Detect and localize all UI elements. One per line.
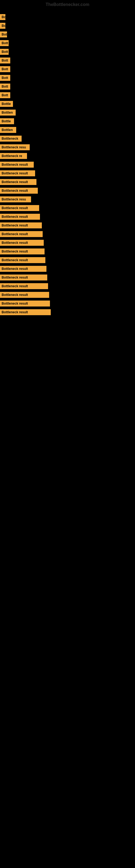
list-item: Bott	[0, 83, 135, 90]
list-item: Bottle	[0, 100, 135, 107]
item-label: Bottleneck result	[0, 275, 47, 280]
list-item: Bottlen	[0, 109, 135, 116]
item-label: Bottleneck result	[0, 257, 45, 263]
item-label: Bottle	[0, 118, 14, 124]
item-label: Bottleneck re	[0, 153, 27, 159]
list-item: Bottleneck resu	[0, 144, 135, 151]
item-label: Bottleneck result	[0, 170, 35, 176]
list-item: Bottle	[0, 118, 135, 125]
item-label: Bottlen	[0, 110, 16, 116]
list-item: Bottleneck	[0, 135, 135, 142]
list-item: Bottleneck re	[0, 152, 135, 159]
site-title: TheBottlenecker.com	[0, 0, 135, 9]
list-item: Bottleneck result	[0, 170, 135, 177]
item-label: Bott	[0, 40, 9, 46]
items-container: BoBoBotBottBottBottBottBottBottBottBottl…	[0, 9, 135, 320]
item-label: Bottleneck result	[0, 205, 39, 211]
item-label: Bot	[0, 31, 7, 37]
item-label: Bott	[0, 49, 9, 55]
list-item: Bottleneck result	[0, 179, 135, 186]
item-label: Bottleneck result	[0, 231, 43, 237]
item-label: Bottleneck resu	[0, 144, 30, 150]
list-item: Bo	[0, 13, 135, 21]
list-item: Bottleneck result	[0, 309, 135, 316]
list-item: Bottleneck result	[0, 205, 135, 212]
list-item: Bottleneck result	[0, 300, 135, 307]
item-label: Bott	[0, 84, 10, 90]
list-item: Bo	[0, 22, 135, 29]
item-label: Bottleneck result	[0, 283, 48, 289]
list-item: Bottleneck result	[0, 274, 135, 281]
list-item: Bottleneck result	[0, 213, 135, 220]
list-item: Bott	[0, 74, 135, 82]
list-item: Bottleneck result	[0, 230, 135, 238]
item-label: Bott	[0, 75, 10, 81]
item-label: Bott	[0, 58, 10, 63]
item-label: Bottle	[0, 101, 13, 107]
item-label: Bo	[0, 14, 5, 20]
item-label: Bottleneck result	[0, 309, 51, 315]
list-item: Bottleneck resu	[0, 196, 135, 203]
item-label: Bottlen	[0, 127, 16, 133]
item-label: Bottleneck result	[0, 162, 34, 167]
item-label: Bottleneck result	[0, 266, 46, 272]
item-label: Bottleneck result	[0, 248, 45, 254]
list-item: Bottleneck result	[0, 283, 135, 290]
list-item: Bottleneck result	[0, 222, 135, 229]
list-item: Bott	[0, 92, 135, 99]
list-item: Bott	[0, 66, 135, 73]
item-label: Bo	[0, 23, 5, 29]
item-label: Bottleneck result	[0, 222, 42, 228]
item-label: Bottleneck result	[0, 292, 49, 298]
list-item: Bott	[0, 57, 135, 64]
item-label: Bottleneck result	[0, 179, 37, 185]
list-item: Bottleneck result	[0, 257, 135, 264]
item-label: Bott	[0, 92, 10, 98]
list-item: Bott	[0, 40, 135, 46]
list-item: Bottleneck result	[0, 187, 135, 194]
list-item: Bottlen	[0, 126, 135, 133]
list-item: Bottleneck result	[0, 248, 135, 255]
item-label: Bottleneck result	[0, 188, 38, 194]
item-label: Bottleneck resu	[0, 196, 31, 203]
item-label: Bottleneck result	[0, 240, 44, 246]
item-label: Bott	[0, 66, 10, 72]
list-item: Bottleneck result	[0, 161, 135, 168]
item-label: Bottleneck	[0, 135, 21, 142]
list-item: Bottleneck result	[0, 291, 135, 299]
list-item: Bottleneck result	[0, 265, 135, 272]
list-item: Bot	[0, 31, 135, 38]
item-label: Bottleneck result	[0, 214, 40, 220]
list-item: Bottleneck result	[0, 239, 135, 246]
list-item: Bott	[0, 48, 135, 55]
item-label: Bottleneck result	[0, 301, 50, 307]
